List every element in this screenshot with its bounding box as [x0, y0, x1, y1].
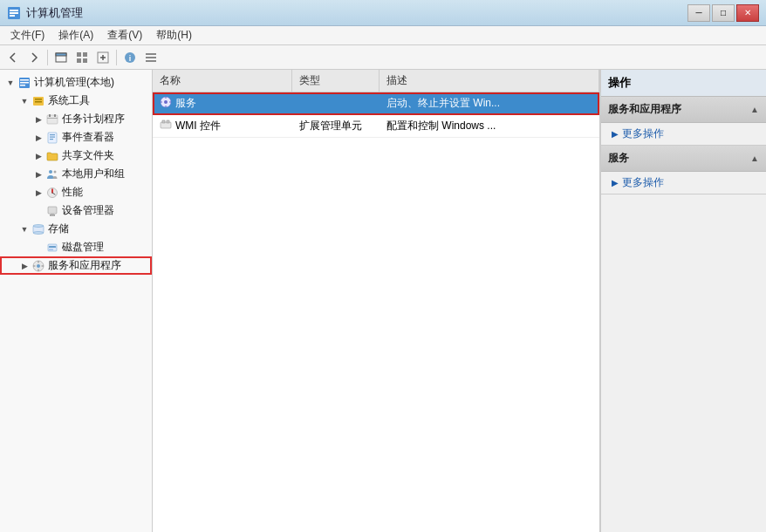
cell-services-type: [292, 100, 380, 107]
toolbar-separator-2: [116, 50, 117, 65]
sidebar-item-task-scheduler[interactable]: ▶ 任务计划程序: [0, 110, 152, 128]
local-users-expand-icon: ▶: [31, 167, 45, 181]
sidebar-label-local-users: 本地用户和组: [62, 167, 125, 181]
wmi-name-text: WMI 控件: [175, 119, 221, 133]
device-manager-icon: [45, 204, 59, 218]
toolbar-grid[interactable]: [72, 48, 92, 67]
toolbar-expand[interactable]: [93, 48, 113, 67]
svg-rect-55: [161, 102, 162, 103]
sidebar-item-device-manager[interactable]: 设备管理器: [0, 201, 152, 220]
svg-rect-16: [146, 57, 156, 58]
col-header-desc[interactable]: 描述: [380, 70, 599, 92]
sidebar-label-services-apps: 服务和应用程序: [48, 258, 121, 273]
cell-services-desc: 启动、终止并设置 Win...: [380, 92, 599, 114]
sidebar-item-disk-management[interactable]: 磁盘管理: [0, 238, 152, 256]
svg-rect-38: [51, 214, 54, 215]
menu-help[interactable]: 帮助(H): [149, 26, 199, 44]
toolbar: i: [0, 45, 766, 70]
main-content: ▼ 计算机管理(本地) ▼ 系统工具: [0, 70, 766, 532]
svg-rect-53: [166, 97, 167, 99]
close-button[interactable]: ✕: [736, 4, 759, 22]
action-more-actions-2[interactable]: ▶ 更多操作: [601, 172, 766, 194]
svg-rect-58: [162, 120, 165, 123]
svg-text:i: i: [129, 54, 132, 63]
toolbar-browse[interactable]: [51, 48, 71, 67]
svg-rect-23: [35, 99, 42, 100]
sidebar-item-local-users[interactable]: ▶ 本地用户和组: [0, 165, 152, 183]
expand-icon: [97, 51, 109, 64]
menu-action[interactable]: 操作(A): [51, 26, 100, 44]
toolbar-view[interactable]: [141, 48, 161, 67]
svg-rect-19: [20, 79, 29, 81]
action-section-services-apps-header[interactable]: 服务和应用程序 ▲: [601, 97, 766, 123]
root-expand-icon: ▼: [3, 76, 17, 90]
svg-rect-29: [48, 133, 57, 143]
task-scheduler-expand-icon: ▶: [31, 113, 45, 126]
svg-rect-59: [167, 120, 169, 123]
svg-rect-47: [38, 261, 39, 263]
minimize-button[interactable]: ─: [687, 4, 710, 22]
action-section-services-title: 服务: [608, 151, 629, 166]
svg-point-34: [54, 170, 57, 173]
svg-point-41: [33, 231, 44, 234]
browse-icon: [55, 51, 67, 64]
maximize-button[interactable]: □: [712, 4, 735, 22]
svg-rect-24: [35, 101, 42, 103]
svg-rect-8: [77, 58, 81, 63]
system-tools-icon: [31, 94, 45, 108]
window-controls: ─ □ ✕: [687, 4, 759, 22]
toolbar-back[interactable]: [3, 48, 23, 67]
sidebar-item-shared-folders[interactable]: ▶ 共享文件夹: [0, 147, 152, 165]
grid-icon: [76, 51, 88, 64]
sidebar-item-services-apps[interactable]: ▶ 服务和应用程序: [0, 256, 152, 275]
svg-rect-1: [10, 10, 18, 11]
col-header-name[interactable]: 名称: [153, 70, 292, 92]
svg-rect-27: [54, 114, 56, 117]
svg-rect-9: [83, 58, 87, 63]
sidebar-item-event-viewer[interactable]: ▶ 事件查看器: [0, 128, 152, 147]
sidebar-item-storage[interactable]: ▼ 存储: [0, 220, 152, 238]
sidebar-label-storage: 存储: [48, 222, 69, 236]
shared-folders-expand-icon: ▶: [31, 149, 45, 163]
menubar: 文件(F) 操作(A) 查看(V) 帮助(H): [0, 26, 766, 45]
sidebar-label-task-scheduler: 任务计划程序: [62, 112, 125, 126]
action-more-actions-1[interactable]: ▶ 更多操作: [601, 123, 766, 145]
sidebar: ▼ 计算机管理(本地) ▼ 系统工具: [0, 70, 153, 532]
table-header: 名称 类型 描述: [153, 70, 599, 92]
menu-file[interactable]: 文件(F): [3, 26, 51, 44]
shared-folders-icon: [45, 149, 59, 163]
more-actions-2-label: 更多操作: [622, 175, 664, 190]
table-row-services[interactable]: 服务 启动、终止并设置 Win...: [153, 92, 599, 115]
svg-rect-3: [10, 15, 15, 17]
svg-point-46: [37, 264, 40, 268]
toolbar-forward[interactable]: [24, 48, 44, 67]
menu-view[interactable]: 查看(V): [100, 26, 149, 44]
cell-services-name: 服务: [153, 92, 292, 114]
col-header-type[interactable]: 类型: [292, 70, 380, 92]
disk-management-icon: [45, 241, 59, 255]
action-section-services-header[interactable]: 服务 ▲: [601, 146, 766, 172]
svg-rect-48: [38, 269, 39, 271]
sidebar-label-shared-folders: 共享文件夹: [62, 148, 114, 163]
svg-rect-28: [47, 118, 58, 119]
window-title: 计算机管理: [26, 5, 83, 21]
performance-expand-icon: ▶: [31, 186, 45, 200]
section2-collapse-icon: ▲: [750, 153, 759, 163]
svg-point-52: [164, 100, 168, 104]
svg-rect-21: [20, 85, 25, 86]
services-apps-icon: [31, 259, 45, 273]
toolbar-info[interactable]: i: [120, 48, 140, 67]
svg-rect-5: [56, 53, 66, 56]
svg-rect-32: [50, 139, 53, 140]
sidebar-label-performance: 性能: [62, 185, 83, 200]
sidebar-item-performance[interactable]: ▶ 性能: [0, 183, 152, 201]
action-section-services-apps-title: 服务和应用程序: [608, 102, 681, 117]
svg-rect-17: [146, 60, 156, 62]
sidebar-item-root[interactable]: ▼ 计算机管理(本地): [0, 73, 152, 92]
sidebar-label-system-tools: 系统工具: [48, 93, 90, 108]
cell-wmi-name: WMI 控件: [153, 115, 292, 137]
table-row-wmi[interactable]: WMI 控件 扩展管理单元 配置和控制 Windows ...: [153, 115, 599, 138]
sidebar-item-system-tools[interactable]: ▼ 系统工具: [0, 92, 152, 110]
services-icon: [160, 96, 172, 111]
event-viewer-expand-icon: ▶: [31, 131, 45, 145]
